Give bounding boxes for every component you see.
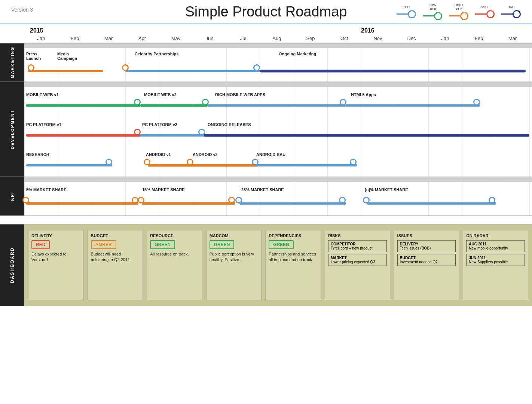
issue-budget-text: Investment needed Q2 — [400, 260, 453, 264]
risk-market-title: MARKET — [331, 256, 384, 260]
kpi-label: KPI — [0, 177, 24, 215]
month-jan: Jan — [24, 36, 58, 43]
budget-status: AMBER — [91, 240, 116, 249]
onradar-jun-text: New Suppliers possible. — [469, 260, 522, 264]
press-launch-label: PressLaunch — [26, 52, 41, 61]
dependencies-title: DEPENDENCIES — [269, 233, 318, 238]
milestone-pc-v2 — [198, 129, 205, 135]
month-jul: Jul — [226, 36, 260, 43]
month-feb2016: Feb — [462, 36, 496, 43]
marketing-bar-1 — [28, 70, 103, 72]
dashboard-delivery-card: DELIVERY RED Delays expected to Version … — [28, 230, 84, 300]
risk-competitor-title: COMPETITOR — [331, 242, 384, 246]
milestone-android-v1 — [144, 159, 150, 165]
spacer — [0, 216, 532, 224]
month-aug: Aug — [260, 36, 294, 43]
android-v1-label: ANDROID v1 — [146, 152, 171, 157]
resource-title: RESOURCE — [150, 233, 199, 238]
kpi-header-stripe — [24, 177, 532, 182]
mobile-web-bar-1 — [26, 104, 140, 107]
dashboard-content: DELIVERY RED Delays expected to Version … — [24, 224, 532, 306]
milestone-celebrity — [253, 64, 260, 71]
milestone-pc-v1 — [134, 129, 141, 135]
milestone-press-launch — [28, 64, 34, 71]
development-label: DEVELOPMENT — [0, 82, 24, 177]
dashboard-dependencies-card: DEPENDENCIES GREEN Partnerships and serv… — [265, 230, 321, 300]
marketing-header-stripe — [24, 43, 532, 48]
development-rows: MOBILE WEB v1 MOBILE WEB v2 RICH MOBILE … — [24, 82, 532, 177]
month-oct: Oct — [327, 36, 361, 43]
onradar-item-aug: AUG 2011 New mobile opportunity — [466, 240, 525, 252]
kpi-bar-4 — [367, 202, 496, 205]
marcom-title: MARCOM — [210, 233, 259, 238]
resource-text: All resource on track. — [150, 251, 199, 257]
issue-delivery-text: Tech issues (BOB) — [400, 246, 453, 250]
dashboard-label: DASHBOARD — [0, 224, 24, 306]
year-2015: 2015 — [30, 27, 43, 34]
month-row: Jan Feb Mar Apr May Jun Jul Aug Sep Oct … — [24, 36, 532, 43]
timeline-header: 2015 2016 Jan Feb Mar Apr May Jun Jul Au… — [0, 24, 532, 43]
issue-item-delivery: DELIVERY Tech issues (BOB) — [397, 240, 456, 252]
mobile-web-row: MOBILE WEB v1 MOBILE WEB v2 RICH MOBILE … — [24, 87, 532, 117]
milestone-mobile-web-v2-end — [202, 99, 209, 105]
milestone-android-bau-end — [350, 159, 357, 165]
milestone-mobile-web-v2 — [134, 99, 141, 105]
month-nov: Nov — [361, 36, 395, 43]
dev-header-stripe — [24, 82, 532, 87]
ongoing-marketing-label: Ongoing Marketing — [279, 52, 316, 56]
risk-item-market: MARKET Lower pricing expected Q3 — [328, 254, 387, 266]
kpi-bar-2 — [142, 202, 235, 205]
marketing-rows: PressLaunch MediaCampaign Celebrity Part… — [24, 43, 532, 82]
risk-competitor-text: Tyrell corp – new product. — [331, 246, 384, 250]
development-section: DEVELOPMENT MOBILE WEB v1 MOBILE WEB v2 … — [0, 82, 532, 177]
gantt-area: MARKETING PressLaunch MediaCampaign Cele… — [0, 43, 532, 82]
research-bar — [26, 164, 112, 166]
risk-item-competitor: COMPETITOR Tyrell corp – new product. — [328, 240, 387, 252]
onradar-aug-text: New mobile opportunity — [469, 246, 522, 250]
kpi-bar-3 — [239, 202, 346, 205]
pc-platform-row: PC PLATFORM v1 PC PLATFORM v2 ONGOING RE… — [24, 117, 532, 147]
kpi-section: KPI 5% MARKET SHARE 15% MARKET SHARE 28%… — [0, 177, 532, 216]
marcom-status: GREEN — [210, 240, 235, 249]
kpi-timeline-row: 5% MARKET SHARE 15% MARKET SHARE 28% MAR… — [24, 182, 532, 215]
media-campaign-label: MediaCampaign — [57, 52, 77, 61]
pc-platform-v1-label: PC PLATFORM v1 — [26, 122, 61, 127]
milestone-android-bau — [252, 159, 259, 165]
onradar-item-jun: JUN 2011 New Suppliers possible. — [466, 254, 525, 266]
month-jan2016: Jan — [428, 36, 462, 43]
mobile-web-v1-label: MOBILE WEB v1 — [26, 92, 59, 97]
month-jun: Jun — [193, 36, 226, 43]
issue-budget-title: BUDGET — [400, 256, 453, 260]
milestone-media-campaign — [122, 64, 129, 71]
milestone-research — [106, 159, 112, 165]
milestone-kpi-4-start — [363, 197, 370, 203]
mobile-web-bar-3 — [208, 104, 346, 107]
milestone-android-v2 — [187, 159, 193, 165]
month-may: May — [159, 36, 193, 43]
legend-tbc: TBC — [397, 6, 416, 18]
issue-delivery-title: DELIVERY — [400, 242, 453, 246]
android-v2-bar — [191, 164, 258, 167]
month-dec: Dec — [395, 36, 428, 43]
kpi-5-label: 5% MARKET SHARE — [26, 187, 67, 192]
year-2016: 2016 — [361, 27, 374, 34]
milestone-kpi-4-end — [489, 197, 495, 203]
marketing-section: MARKETING PressLaunch MediaCampaign Cele… — [0, 43, 532, 82]
kpi-rows: 5% MARKET SHARE 15% MARKET SHARE 28% MAR… — [24, 177, 532, 215]
pc-platform-bar-2 — [140, 134, 205, 137]
delivery-text: Delays expected to Version 1 — [31, 251, 80, 263]
risk-market-text: Lower pricing expected Q3 — [331, 260, 384, 264]
android-row: RESEARCH ANDROID v1 ANDROID v2 ANDROID B… — [24, 147, 532, 177]
mobile-web-v2-label: MOBILE WEB v2 — [144, 92, 177, 97]
dashboard-budget-card: BUDGET AMBER Budget will need bolstering… — [88, 230, 143, 300]
milestone-kpi-3-start — [235, 197, 242, 203]
marketing-label: MARKETING — [0, 43, 24, 82]
ongoing-releases-label: ONGOING RELEASES — [208, 122, 251, 127]
mobile-web-bar-4 — [345, 104, 480, 107]
android-v2-label: ANDROID v2 — [193, 152, 218, 157]
milestone-kpi-2-start — [138, 197, 144, 203]
month-feb: Feb — [58, 36, 92, 43]
mobile-web-bar-2 — [140, 104, 208, 107]
html5-apps-label: HTML5 Apps — [351, 92, 376, 97]
dashboard-marcom-card: MARCOM GREEN Public perception is very h… — [206, 230, 262, 300]
